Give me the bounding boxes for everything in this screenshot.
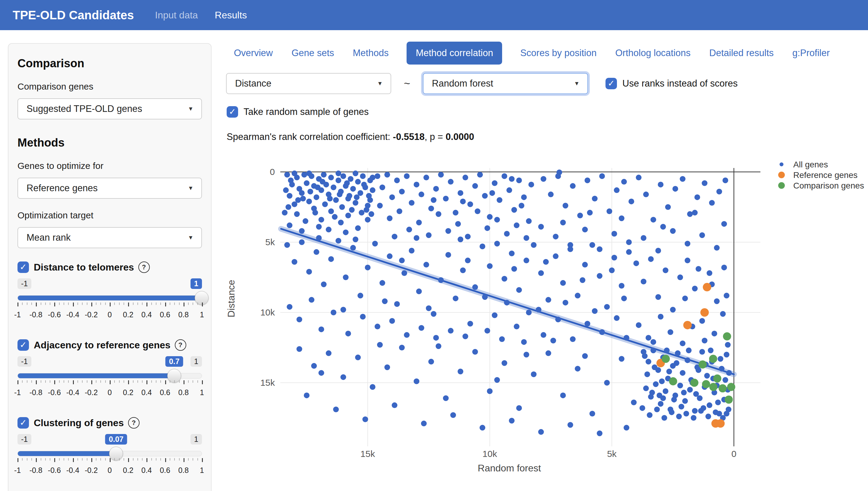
slider-track[interactable] — [18, 451, 202, 456]
x-axis-title: Random forest — [478, 463, 541, 473]
method-y-value: Random forest — [432, 78, 493, 89]
stats-p-value: 0.0000 — [446, 132, 474, 142]
use-ranks-checkbox[interactable]: ✓ — [606, 78, 617, 89]
navbar: TPE-OLD Candidates Input data Results — [0, 0, 868, 30]
slider-min-badge: -1 — [18, 356, 31, 367]
method-sliders: ✓Distance to telomeres?-11 -1-0.8-0.6-0.… — [18, 261, 202, 491]
slider-track[interactable] — [18, 373, 202, 378]
svg-text:0: 0 — [270, 167, 275, 177]
tab-gene-sets[interactable]: Gene sets — [291, 41, 335, 64]
sample-row: ✓ Take random sample of genes — [227, 106, 369, 118]
legend-label: All genes — [793, 160, 828, 169]
tilde-separator: ~ — [404, 77, 410, 90]
chevron-down-icon: ▼ — [188, 185, 193, 192]
random-sample-checkbox[interactable]: ✓ — [227, 106, 238, 118]
clustering-of-genes-checkbox[interactable]: ✓ — [18, 417, 29, 429]
tab-method-correlation[interactable]: Method correlation — [407, 41, 502, 64]
series-all-genes — [282, 170, 732, 436]
slider-grid: -1-0.8-0.6-0.4-0.200.20.40.60.81 — [18, 302, 202, 324]
comparison-heading: Comparison — [18, 57, 202, 70]
method-x-select[interactable]: Distance ▼ — [226, 73, 391, 94]
method-row-adjacency-to-reference-genes: ✓Adjacency to reference genes? — [18, 339, 202, 351]
tab-overview[interactable]: Overview — [233, 41, 273, 64]
adjacency-to-reference-genes-label: Adjacency to reference genes — [34, 340, 170, 351]
methods-heading: Methods — [18, 136, 202, 149]
stats-coefficient: -0.5518 — [393, 132, 425, 142]
tab-g-profiler[interactable]: g:Profiler — [792, 41, 830, 64]
random-sample-label: Take random sample of genes — [244, 107, 369, 117]
svg-text:5k: 5k — [607, 449, 617, 459]
svg-text:15k: 15k — [260, 378, 275, 387]
slider-track[interactable] — [18, 295, 202, 301]
chart-legend: All genesReference genesComparison genes — [778, 160, 864, 190]
slider-adjacency-to-reference-genes[interactable]: -110.7 -1-0.8-0.6-0.4-0.200.20.40.60.81 — [18, 356, 202, 404]
slider-max-badge: 1 — [190, 434, 202, 444]
method-row-clustering-of-genes: ✓Clustering of genes? — [18, 417, 202, 429]
slider-value-badge: 1 — [190, 278, 202, 289]
legend-item-all-genes[interactable]: All genes — [780, 160, 828, 169]
nav-link-results[interactable]: Results — [215, 10, 247, 21]
spearman-stats: Spearman's rank correlation coefficient:… — [227, 132, 474, 142]
genes-to-optimize-value: Reference genes — [27, 183, 98, 194]
slider-distance-to-telomeres[interactable]: -11 -1-0.8-0.6-0.4-0.200.20.40.60.81 — [18, 278, 202, 326]
app-window: TPE-OLD Candidates Input data Results Co… — [0, 0, 868, 491]
slider-grid: -1-0.8-0.6-0.4-0.200.20.40.60.81 — [18, 458, 202, 479]
adjacency-to-reference-genes-checkbox[interactable]: ✓ — [18, 339, 29, 351]
y-axis-title: Distance — [226, 280, 237, 318]
slider-value-badge: 0.7 — [165, 356, 183, 367]
legend-item-reference-genes[interactable]: Reference genes — [778, 170, 858, 180]
stats-prefix: Spearman's rank correlation coefficient: — [227, 132, 393, 142]
comparison-genes-value: Suggested TPE-OLD genes — [27, 104, 142, 114]
results-tabbar: OverviewGene setsMethodsMethod correlati… — [233, 41, 830, 64]
clustering-of-genes-label: Clustering of genes — [34, 417, 124, 429]
svg-text:10k: 10k — [483, 449, 497, 459]
slider-value-badge: 0.07 — [105, 434, 127, 444]
app-title: TPE-OLD Candidates — [13, 8, 134, 22]
genes-to-optimize-select[interactable]: Reference genes ▼ — [18, 178, 202, 199]
distance-to-telomeres-label: Distance to telomeres — [34, 262, 134, 273]
chevron-down-icon: ▼ — [188, 234, 193, 241]
legend-label: Reference genes — [793, 170, 858, 180]
tab-methods[interactable]: Methods — [352, 41, 390, 64]
sidebar-panel: Comparison Comparison genes Suggested TP… — [8, 43, 212, 491]
optimization-target-select[interactable]: Mean rank ▼ — [18, 227, 202, 248]
distance-to-telomeres-checkbox[interactable]: ✓ — [18, 261, 29, 273]
slider-min-badge: -1 — [18, 278, 31, 289]
help-icon[interactable]: ? — [175, 339, 186, 351]
use-ranks-label: Use ranks instead of scores — [622, 78, 738, 89]
svg-text:10k: 10k — [260, 307, 275, 317]
chevron-down-icon: ▼ — [188, 106, 193, 112]
svg-text:0: 0 — [732, 449, 737, 459]
correlation-chart[interactable]: 05k10k15k15k10k5k0DistanceRandom forestA… — [223, 157, 868, 489]
legend-marker-icon — [778, 182, 785, 189]
comparison-genes-select[interactable]: Suggested TPE-OLD genes ▼ — [18, 98, 202, 119]
slider-min-badge: -1 — [18, 434, 31, 444]
help-icon[interactable]: ? — [138, 261, 150, 273]
method-row-distance-to-telomeres: ✓Distance to telomeres? — [18, 261, 202, 273]
legend-item-comparison-genes[interactable]: Comparison genes — [778, 181, 864, 190]
chevron-down-icon: ▼ — [574, 80, 580, 87]
svg-text:15k: 15k — [361, 449, 375, 459]
method-y-select[interactable]: Random forest ▼ — [423, 73, 588, 94]
slider-max-badge: 1 — [190, 356, 202, 367]
method-x-value: Distance — [235, 78, 272, 89]
genes-to-optimize-label: Genes to optimize for — [18, 161, 202, 171]
legend-label: Comparison genes — [793, 181, 864, 190]
slider-clustering-of-genes[interactable]: -110.07 -1-0.8-0.6-0.4-0.200.20.40.60.81 — [18, 434, 202, 482]
nav-link-input-data[interactable]: Input data — [155, 10, 198, 21]
legend-marker-icon — [780, 163, 784, 167]
svg-text:5k: 5k — [265, 237, 275, 247]
help-icon[interactable]: ? — [128, 417, 140, 429]
correlation-controls: Distance ▼ ~ Random forest ▼ ✓ Use ranks… — [226, 73, 738, 94]
comparison-genes-label: Comparison genes — [18, 81, 202, 92]
scatter-plot-canvas[interactable]: 05k10k15k15k10k5k0DistanceRandom forestA… — [223, 157, 868, 489]
tab-ortholog-locations[interactable]: Ortholog locations — [615, 41, 691, 64]
stats-p-label: , p = — [425, 132, 446, 142]
tab-detailed-results[interactable]: Detailed results — [709, 41, 774, 64]
optimization-target-label: Optimization target — [18, 210, 202, 221]
tab-scores-by-position[interactable]: Scores by position — [520, 41, 597, 64]
legend-marker-icon — [778, 172, 785, 178]
chevron-down-icon: ▼ — [377, 80, 383, 87]
slider-grid: -1-0.8-0.6-0.4-0.200.20.40.60.81 — [18, 380, 202, 401]
optimization-target-value: Mean rank — [27, 232, 70, 243]
